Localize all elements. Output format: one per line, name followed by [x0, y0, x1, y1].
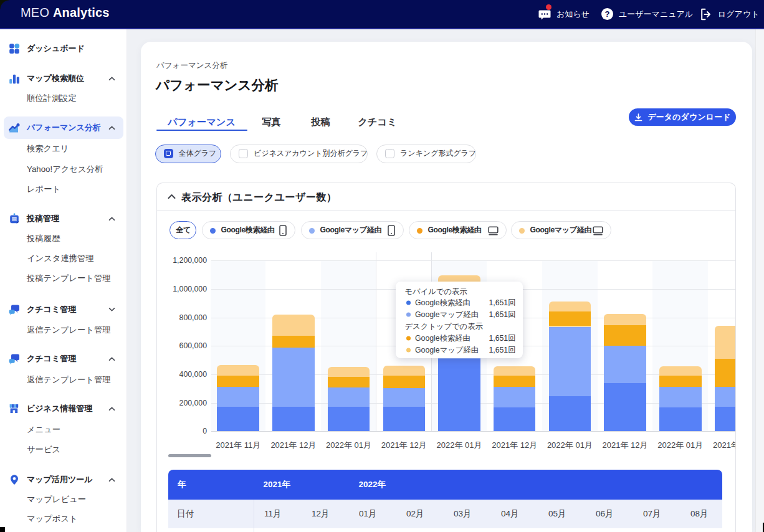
svg-text:?: ?: [605, 9, 610, 19]
